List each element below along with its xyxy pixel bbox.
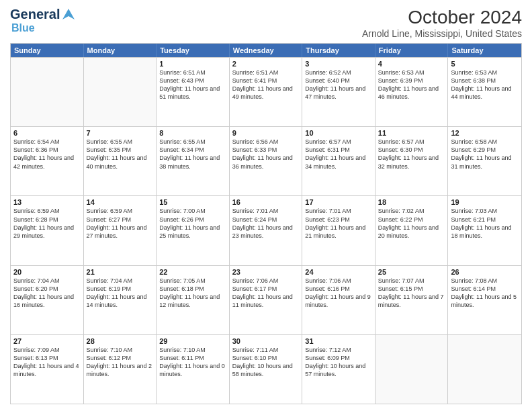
cal-row-2: 13Sunrise: 6:59 AMSunset: 6:28 PMDayligh…: [11, 195, 521, 265]
day-number: 2: [232, 60, 300, 68]
cell-text: Sunrise: 6:55 AMSunset: 6:35 PMDaylight:…: [87, 138, 147, 169]
cell-text: Sunrise: 7:06 AMSunset: 6:17 PMDaylight:…: [232, 277, 293, 308]
cal-cell-2-5: 18Sunrise: 7:02 AMSunset: 6:22 PMDayligh…: [375, 196, 449, 265]
cell-text: Sunrise: 6:56 AMSunset: 6:33 PMDaylight:…: [232, 138, 293, 169]
cal-cell-0-5: 4Sunrise: 6:53 AMSunset: 6:39 PMDaylight…: [375, 58, 449, 126]
logo-bird-icon: [61, 7, 76, 22]
cal-cell-2-3: 16Sunrise: 7:01 AMSunset: 6:24 PMDayligh…: [230, 196, 303, 265]
cal-cell-3-3: 23Sunrise: 7:06 AMSunset: 6:17 PMDayligh…: [230, 266, 303, 334]
logo-blue: Blue: [11, 22, 35, 34]
cell-text: Sunrise: 7:00 AMSunset: 6:26 PMDaylight:…: [159, 208, 220, 238]
cal-cell-2-2: 15Sunrise: 7:00 AMSunset: 6:26 PMDayligh…: [157, 196, 230, 265]
cell-text: Sunrise: 7:10 AMSunset: 6:11 PMDaylight:…: [159, 347, 225, 377]
day-number: 3: [305, 60, 372, 68]
subtitle: Arnold Line, Mississippi, United States: [362, 28, 522, 39]
calendar: Sunday Monday Tuesday Wednesday Thursday…: [10, 43, 522, 404]
cell-text: Sunrise: 6:51 AMSunset: 6:41 PMDaylight:…: [232, 69, 293, 100]
cell-text: Sunrise: 6:53 AMSunset: 6:39 PMDaylight:…: [378, 69, 439, 100]
day-number: 19: [451, 198, 519, 206]
cal-cell-2-6: 19Sunrise: 7:03 AMSunset: 6:21 PMDayligh…: [448, 196, 521, 265]
cell-text: Sunrise: 7:07 AMSunset: 6:15 PMDaylight:…: [378, 277, 444, 308]
calendar-body: 1Sunrise: 6:51 AMSunset: 6:43 PMDaylight…: [11, 57, 521, 404]
cal-cell-3-0: 20Sunrise: 7:04 AMSunset: 6:20 PMDayligh…: [11, 266, 84, 334]
cell-text: Sunrise: 6:53 AMSunset: 6:38 PMDaylight:…: [451, 69, 511, 100]
cal-cell-3-5: 25Sunrise: 7:07 AMSunset: 6:15 PMDayligh…: [375, 266, 449, 334]
cell-text: Sunrise: 6:57 AMSunset: 6:31 PMDaylight:…: [305, 138, 365, 169]
day-number: 16: [232, 198, 300, 206]
day-number: 27: [13, 337, 81, 345]
cal-cell-1-1: 7Sunrise: 6:55 AMSunset: 6:35 PMDaylight…: [84, 127, 157, 195]
cal-cell-1-4: 10Sunrise: 6:57 AMSunset: 6:31 PMDayligh…: [302, 127, 375, 195]
cal-cell-1-2: 8Sunrise: 6:55 AMSunset: 6:34 PMDaylight…: [157, 127, 230, 195]
cal-cell-3-6: 26Sunrise: 7:08 AMSunset: 6:14 PMDayligh…: [448, 266, 521, 334]
cal-cell-4-1: 28Sunrise: 7:10 AMSunset: 6:12 PMDayligh…: [84, 335, 157, 404]
cal-cell-4-5: [375, 335, 449, 404]
header-wednesday: Wednesday: [230, 44, 303, 57]
header-thursday: Thursday: [302, 44, 375, 57]
cal-cell-4-3: 30Sunrise: 7:11 AMSunset: 6:10 PMDayligh…: [230, 335, 303, 404]
cell-text: Sunrise: 6:57 AMSunset: 6:30 PMDaylight:…: [378, 138, 439, 169]
header-friday: Friday: [375, 44, 449, 57]
cell-text: Sunrise: 7:04 AMSunset: 6:20 PMDaylight:…: [13, 277, 74, 308]
day-number: 12: [451, 129, 519, 137]
header: General Blue October 2024 Arnold Line, M…: [10, 7, 522, 39]
day-number: 6: [13, 129, 81, 137]
cal-cell-1-3: 9Sunrise: 6:56 AMSunset: 6:33 PMDaylight…: [230, 127, 303, 195]
day-number: 11: [378, 129, 445, 137]
cal-cell-0-6: 5Sunrise: 6:53 AMSunset: 6:38 PMDaylight…: [448, 58, 521, 126]
cell-text: Sunrise: 7:09 AMSunset: 6:13 PMDaylight:…: [13, 347, 79, 377]
day-number: 28: [87, 337, 154, 345]
day-number: 7: [87, 129, 154, 137]
day-number: 17: [305, 198, 372, 206]
cell-text: Sunrise: 7:05 AMSunset: 6:18 PMDaylight:…: [159, 277, 220, 308]
cal-cell-4-6: [448, 335, 521, 404]
cal-cell-4-2: 29Sunrise: 7:10 AMSunset: 6:11 PMDayligh…: [157, 335, 230, 404]
day-number: 15: [159, 198, 226, 206]
day-number: 10: [305, 129, 372, 137]
cal-cell-3-4: 24Sunrise: 7:06 AMSunset: 6:16 PMDayligh…: [302, 266, 375, 334]
cal-cell-0-4: 3Sunrise: 6:52 AMSunset: 6:40 PMDaylight…: [302, 58, 375, 126]
cal-cell-4-0: 27Sunrise: 7:09 AMSunset: 6:13 PMDayligh…: [11, 335, 84, 404]
day-number: 20: [13, 268, 81, 276]
logo-general: General: [10, 7, 60, 22]
cal-cell-2-0: 13Sunrise: 6:59 AMSunset: 6:28 PMDayligh…: [11, 196, 84, 265]
cell-text: Sunrise: 6:52 AMSunset: 6:40 PMDaylight:…: [305, 69, 365, 100]
day-number: 25: [378, 268, 445, 276]
cal-cell-2-4: 17Sunrise: 7:01 AMSunset: 6:23 PMDayligh…: [302, 196, 375, 265]
cell-text: Sunrise: 7:06 AMSunset: 6:16 PMDaylight:…: [305, 277, 371, 308]
cal-cell-0-2: 1Sunrise: 6:51 AMSunset: 6:43 PMDaylight…: [157, 58, 230, 126]
cal-row-3: 20Sunrise: 7:04 AMSunset: 6:20 PMDayligh…: [11, 265, 521, 334]
cell-text: Sunrise: 7:03 AMSunset: 6:21 PMDaylight:…: [451, 208, 511, 238]
day-number: 22: [159, 268, 226, 276]
cell-text: Sunrise: 6:59 AMSunset: 6:27 PMDaylight:…: [87, 208, 147, 238]
day-number: 29: [159, 337, 226, 345]
cell-text: Sunrise: 6:58 AMSunset: 6:29 PMDaylight:…: [451, 138, 511, 169]
day-number: 5: [451, 60, 519, 68]
cell-text: Sunrise: 6:59 AMSunset: 6:28 PMDaylight:…: [13, 208, 74, 238]
header-tuesday: Tuesday: [157, 44, 230, 57]
calendar-header: Sunday Monday Tuesday Wednesday Thursday…: [11, 44, 521, 57]
cal-cell-2-1: 14Sunrise: 6:59 AMSunset: 6:27 PMDayligh…: [84, 196, 157, 265]
day-number: 30: [232, 337, 300, 345]
cal-cell-0-1: [84, 58, 157, 126]
day-number: 1: [159, 60, 226, 68]
cal-row-1: 6Sunrise: 6:54 AMSunset: 6:36 PMDaylight…: [11, 126, 521, 195]
day-number: 18: [378, 198, 445, 206]
cell-text: Sunrise: 6:55 AMSunset: 6:34 PMDaylight:…: [159, 138, 220, 169]
cell-text: Sunrise: 7:02 AMSunset: 6:22 PMDaylight:…: [378, 208, 439, 238]
cell-text: Sunrise: 7:12 AMSunset: 6:09 PMDaylight:…: [305, 347, 365, 377]
day-number: 23: [232, 268, 300, 276]
cell-text: Sunrise: 7:01 AMSunset: 6:23 PMDaylight:…: [305, 208, 365, 238]
page: General Blue October 2024 Arnold Line, M…: [0, 0, 532, 411]
day-number: 8: [159, 129, 226, 137]
day-number: 26: [451, 268, 519, 276]
cal-cell-3-2: 22Sunrise: 7:05 AMSunset: 6:18 PMDayligh…: [157, 266, 230, 334]
main-title: October 2024: [362, 7, 522, 28]
cell-text: Sunrise: 7:04 AMSunset: 6:19 PMDaylight:…: [87, 277, 147, 308]
day-number: 31: [305, 337, 372, 345]
day-number: 21: [87, 268, 154, 276]
cell-text: Sunrise: 6:54 AMSunset: 6:36 PMDaylight:…: [13, 138, 74, 169]
cal-cell-0-0: [11, 58, 84, 126]
cell-text: Sunrise: 7:10 AMSunset: 6:12 PMDaylight:…: [87, 347, 152, 377]
cell-text: Sunrise: 6:51 AMSunset: 6:43 PMDaylight:…: [159, 69, 220, 100]
